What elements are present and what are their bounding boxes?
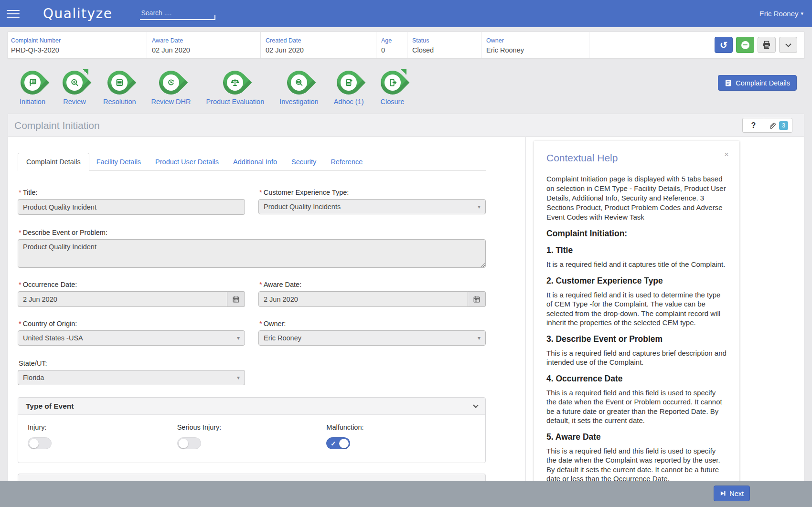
content-divider [525, 137, 526, 481]
info-owner: Owner Eric Rooney [481, 32, 589, 58]
user-menu[interactable]: Eric Rooney ▾ [759, 10, 803, 18]
malfunction-toggle-group: Malfunction: ✓ [326, 423, 476, 449]
injury-toggle[interactable]: ✓ [28, 437, 52, 449]
complaint-details-button[interactable]: Complaint Details [718, 75, 797, 91]
required-marker: * [19, 281, 21, 288]
menu-icon[interactable] [7, 8, 21, 20]
info-label: Age [381, 37, 407, 44]
question-icon: ? [751, 121, 756, 130]
occurrence-date-group [18, 291, 245, 307]
tab-facility-details[interactable]: Facility Details [89, 153, 148, 170]
describe-event-label: *Describe Event or Problem: [19, 229, 486, 236]
print-button[interactable] [758, 37, 776, 53]
tab-security[interactable]: Security [284, 153, 323, 170]
help-heading-describe: 3. Describe Event or Problem [546, 334, 727, 344]
serious-injury-label: Serious Injury: [177, 423, 327, 431]
info-label: Created Date [266, 37, 376, 44]
selected-value: Florida [23, 374, 44, 381]
collapse-chevron-icon [473, 402, 478, 408]
main-content: Complaint Details Facility Details Produ… [8, 137, 804, 481]
attachments-count-badge: 3 [779, 121, 788, 130]
workflow-step-product-evaluation[interactable]: Product Evaluation [206, 70, 265, 106]
step-label: Investigation [279, 98, 318, 106]
state-ut-select[interactable]: Florida ▾ [18, 370, 245, 385]
type-of-event-body: Injury: ✓ Serious Injury: ✓ Malfunction: [18, 415, 485, 463]
next-button[interactable]: Next [714, 486, 750, 501]
malfunction-label: Malfunction: [326, 423, 476, 431]
scale-icon [230, 77, 240, 88]
type-of-event-panel: Type of Event Injury: ✓ Serious Injury: … [18, 397, 486, 463]
contextual-help-panel: Contextual Help × Complaint Initiation p… [534, 141, 739, 481]
search-field-wrap [140, 7, 215, 20]
workflow-step-review[interactable]: Review [61, 70, 88, 106]
occurrence-date-label: *Occurrence Date: [19, 281, 245, 288]
history-button[interactable]: ↺ [715, 37, 733, 53]
page-title: Complaint Initiation [14, 120, 100, 131]
help-heading-occurrence: 4. Occurrence Date [546, 374, 727, 384]
type-of-event-header[interactable]: Type of Event [18, 398, 485, 415]
next-collapsed-section[interactable] [18, 474, 486, 481]
info-value: PRD-QI-3-2020 [11, 46, 147, 54]
complaint-form: Complaint Details Facility Details Produ… [18, 137, 486, 481]
occurrence-date-field[interactable] [18, 291, 227, 307]
customer-experience-type-select[interactable]: Product Quality Incidents ▾ [258, 199, 486, 214]
record-info-bar: Complaint Number PRD-QI-3-2020 Aware Dat… [8, 32, 804, 58]
search-input[interactable] [140, 7, 215, 20]
describe-event-field[interactable]: Product Quality Incident [18, 239, 486, 268]
step-notch-icon [82, 69, 88, 75]
info-value: Eric Rooney [486, 46, 589, 54]
tab-product-user-details[interactable]: Product User Details [148, 153, 226, 170]
selected-value: Product Quality Incidents [264, 203, 341, 211]
customer-experience-type-label: *Customer Experience Type: [259, 189, 486, 196]
selected-value: Eric Rooney [264, 334, 301, 342]
contextual-help-button[interactable]: ? [742, 118, 764, 133]
workflow-step-adhoc[interactable]: Adhoc (1) [334, 70, 364, 106]
expand-button[interactable] [779, 37, 797, 53]
workflow-step-review-dhr[interactable]: Review DHR [151, 70, 191, 106]
malfunction-toggle[interactable]: ✓ [326, 437, 350, 449]
form-tabs: Complaint Details Facility Details Produ… [18, 153, 486, 171]
tab-additional-info[interactable]: Additional Info [226, 153, 284, 170]
tab-complaint-details[interactable]: Complaint Details [18, 153, 89, 171]
workflow-step-closure[interactable]: Closure [379, 70, 406, 106]
info-value: 02 Jun 2020 [266, 46, 376, 54]
country-of-origin-select[interactable]: United States -USA ▾ [18, 330, 245, 346]
info-label: Aware Date [152, 37, 260, 44]
aware-date-picker-button[interactable] [468, 291, 486, 307]
help-text: This is a required field and captures br… [546, 349, 727, 367]
info-spacer [589, 32, 715, 58]
dropdown-arrow-icon: ▾ [478, 203, 481, 210]
toggle-knob [29, 439, 39, 448]
required-marker: * [19, 320, 21, 327]
section-header: Complaint Initiation ? 3 [8, 114, 804, 137]
attachments-button[interactable]: 3 [764, 118, 792, 133]
dropdown-arrow-icon: ▾ [237, 374, 240, 381]
help-text: It is a required field and it is used to… [546, 290, 727, 327]
step-label: Adhoc (1) [334, 98, 364, 106]
owner-select[interactable]: Eric Rooney ▾ [258, 330, 486, 346]
title-field[interactable] [18, 199, 245, 215]
close-icon[interactable]: × [724, 150, 729, 158]
injury-label: Injury: [28, 423, 177, 431]
calendar-icon [473, 296, 481, 303]
info-age: Age 0 [376, 32, 407, 58]
serious-injury-toggle-group: Serious Injury: ✓ [177, 423, 327, 449]
workflow-step-investigation[interactable]: Investigation [279, 70, 318, 106]
exit-icon [387, 77, 398, 88]
occurrence-date-picker-button[interactable] [227, 291, 245, 307]
document-icon [725, 79, 732, 87]
circle-minus-icon [741, 41, 749, 49]
info-created-date: Created Date 02 Jun 2020 [260, 32, 376, 58]
serious-injury-toggle[interactable]: ✓ [177, 437, 201, 449]
help-heading-title: 1. Title [546, 245, 727, 255]
workflow-step-initiation[interactable]: Initiation [19, 70, 46, 106]
tab-reference[interactable]: Reference [323, 153, 370, 170]
info-complaint-number: Complaint Number PRD-QI-3-2020 [8, 32, 147, 58]
dropdown-arrow-icon: ▾ [478, 335, 481, 341]
panel-title: Type of Event [26, 402, 74, 411]
aware-date-field[interactable] [258, 291, 468, 307]
workflow-step-resolution[interactable]: Resolution [103, 70, 136, 106]
calendar-icon [232, 296, 240, 303]
required-marker: * [19, 229, 21, 236]
deactivate-button[interactable] [736, 37, 754, 53]
